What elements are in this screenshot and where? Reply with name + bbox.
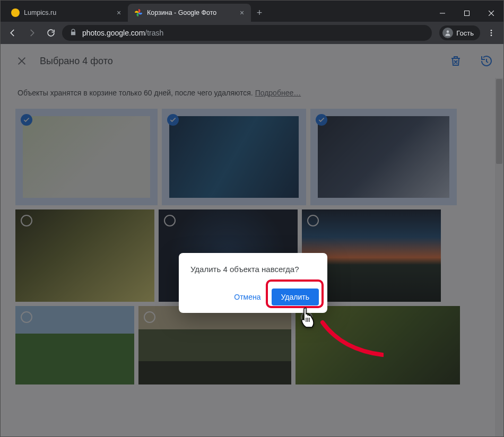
- browser-chrome: Lumpics.ru × Корзина - Google Фото × +: [1, 1, 503, 44]
- nav-forward-button[interactable]: [24, 25, 40, 41]
- profile-label: Гость: [456, 29, 474, 37]
- nav-back-button[interactable]: [5, 25, 21, 41]
- address-bar[interactable]: photos.google.com/trash: [62, 25, 432, 41]
- tab-title: Lumpics.ru: [24, 9, 111, 16]
- svg-rect-1: [465, 11, 470, 16]
- new-tab-button[interactable]: +: [252, 5, 267, 20]
- window-maximize-button[interactable]: [455, 5, 479, 22]
- tab-close-icon[interactable]: ×: [115, 8, 123, 17]
- browser-menu-button[interactable]: [483, 25, 499, 41]
- tab-google-photos[interactable]: Корзина - Google Фото ×: [128, 4, 251, 22]
- nav-reload-button[interactable]: [43, 25, 59, 41]
- favicon-lumpics: [11, 8, 20, 17]
- cancel-button[interactable]: Отмена: [228, 289, 267, 305]
- tab-close-icon[interactable]: ×: [238, 8, 246, 17]
- tab-strip: Lumpics.ru × Корзина - Google Фото × +: [1, 1, 503, 22]
- window-minimize-button[interactable]: [430, 5, 455, 22]
- svg-point-7: [491, 34, 492, 36]
- tab-lumpics[interactable]: Lumpics.ru ×: [5, 4, 128, 22]
- svg-point-6: [491, 32, 492, 34]
- dialog-actions: Отмена Удалить: [190, 289, 323, 305]
- dialog-message: Удалить 4 объекта навсегда?: [190, 265, 323, 274]
- window-close-button[interactable]: [479, 5, 503, 22]
- avatar-icon: [442, 28, 453, 38]
- confirm-delete-dialog: Удалить 4 объекта навсегда? Отмена Удали…: [179, 253, 327, 313]
- tab-title: Корзина - Google Фото: [147, 9, 234, 16]
- page-content: Выбрано 4 фото Объекты хранятся в корзин…: [1, 44, 503, 436]
- browser-toolbar: photos.google.com/trash Гость: [1, 22, 503, 44]
- window-controls: [430, 5, 503, 22]
- modal-scrim[interactable]: [1, 44, 503, 436]
- svg-point-5: [491, 30, 492, 31]
- lock-icon: [69, 29, 77, 38]
- profile-chip[interactable]: Гость: [439, 25, 480, 40]
- url-text: photos.google.com/trash: [82, 29, 163, 37]
- svg-point-4: [447, 30, 449, 33]
- delete-button[interactable]: Удалить: [272, 289, 319, 305]
- favicon-gphotos: [134, 8, 143, 17]
